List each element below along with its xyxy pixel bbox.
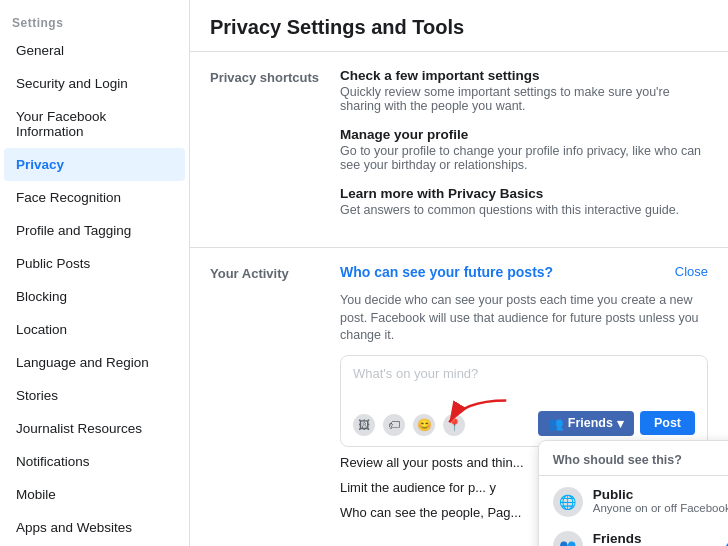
public-title: Public (593, 487, 728, 502)
shortcut-item-3: Learn more with Privacy Basics Get answe… (340, 186, 708, 217)
post-composer: What's on your mind? 🖼 🏷 😊 📍 👥 Friends ▾ (340, 355, 708, 447)
sidebar-item-public-posts[interactable]: Public Posts (4, 247, 185, 280)
privacy-shortcuts-label: Privacy shortcuts (210, 68, 340, 231)
audience-dropdown-wrapper: 👥 Friends ▾ Who should see this? 🌐 P (538, 411, 634, 436)
friends-text: Friends Your friends on Facebook (593, 531, 711, 547)
audience-icon: 👥 (548, 416, 564, 431)
shortcut-2-desc: Go to your profile to change your profil… (340, 144, 708, 172)
sidebar-heading: Settings (0, 8, 189, 34)
chevron-down-icon: ▾ (617, 416, 624, 431)
who-can-see-text: Who can see the people, Pag... (340, 505, 521, 520)
review-posts-text: Review all your posts and thin... (340, 455, 524, 470)
your-activity-label: Your Activity (210, 264, 340, 530)
privacy-shortcuts-content: Check a few important settings Quickly r… (340, 68, 708, 231)
emoji-icon-2: 🏷 (383, 414, 405, 436)
privacy-shortcuts-section: Privacy shortcuts Check a few important … (190, 52, 728, 248)
sidebar-item-language[interactable]: Language and Region (4, 346, 185, 379)
sidebar-item-profile-tagging[interactable]: Profile and Tagging (4, 214, 185, 247)
sidebar-item-notifications[interactable]: Notifications (4, 445, 185, 478)
shortcut-2-title[interactable]: Manage your profile (340, 127, 708, 142)
audience-label: Friends (568, 416, 613, 430)
sidebar-item-face[interactable]: Face Recognition (4, 181, 185, 214)
close-link[interactable]: Close (675, 264, 708, 279)
shortcut-1-desc: Quickly review some important settings t… (340, 85, 708, 113)
page-title: Privacy Settings and Tools (210, 16, 708, 39)
shortcut-3-desc: Get answers to common questions with thi… (340, 203, 708, 217)
shortcut-item-1: Check a few important settings Quickly r… (340, 68, 708, 113)
friends-icon: 👥 (553, 531, 583, 547)
emoji-icon-4: 📍 (443, 414, 465, 436)
public-icon: 🌐 (553, 487, 583, 517)
main-content: Privacy Settings and Tools Privacy short… (190, 0, 728, 546)
shortcut-1-title[interactable]: Check a few important settings (340, 68, 708, 83)
sidebar-item-blocking[interactable]: Blocking (4, 280, 185, 313)
audience-dropdown: Who should see this? 🌐 Public Anyone on … (538, 440, 728, 547)
post-button[interactable]: Post (640, 411, 695, 435)
emoji-icon-1: 🖼 (353, 414, 375, 436)
dropdown-item-friends[interactable]: 👥 Friends Your friends on Facebook ✓ (539, 524, 728, 547)
emoji-row: 🖼 🏷 😊 📍 (353, 414, 465, 436)
selected-check-icon: ✓ (721, 531, 728, 547)
sidebar-item-privacy[interactable]: Privacy (4, 148, 185, 181)
dropdown-header: Who should see this? (539, 449, 728, 476)
post-placeholder[interactable]: What's on your mind? (353, 366, 695, 381)
your-activity-section: Your Activity Who can see your future po… (190, 248, 728, 546)
future-posts-desc: You decide who can see your posts each t… (340, 292, 708, 345)
sidebar-item-stories[interactable]: Stories (4, 379, 185, 412)
sidebar-item-apps[interactable]: Apps and Websites (4, 511, 185, 544)
shortcut-item-2: Manage your profile Go to your profile t… (340, 127, 708, 172)
emoji-icon-3: 😊 (413, 414, 435, 436)
sidebar-item-security[interactable]: Security and Login (4, 67, 185, 100)
future-posts-question: Who can see your future posts? (340, 264, 553, 280)
sidebar-item-mobile[interactable]: Mobile (4, 478, 185, 511)
public-desc: Anyone on or off Facebook (593, 502, 728, 514)
your-activity-content: Who can see your future posts? Close You… (340, 264, 708, 530)
sidebar-item-fb-info[interactable]: Your Facebook Information (4, 100, 185, 148)
sidebar-item-location[interactable]: Location (4, 313, 185, 346)
sidebar-item-journalist[interactable]: Journalist Resources (4, 412, 185, 445)
friends-title: Friends (593, 531, 711, 546)
sidebar: Settings General Security and Login Your… (0, 0, 190, 546)
audience-button[interactable]: 👥 Friends ▾ (538, 411, 634, 436)
shortcut-3-title[interactable]: Learn more with Privacy Basics (340, 186, 708, 201)
public-text: Public Anyone on or off Facebook (593, 487, 728, 514)
limit-audience-text: Limit the audience for p... y (340, 480, 496, 495)
sidebar-item-general[interactable]: General (4, 34, 185, 67)
page-header: Privacy Settings and Tools (190, 0, 728, 52)
dropdown-item-public[interactable]: 🌐 Public Anyone on or off Facebook (539, 480, 728, 524)
